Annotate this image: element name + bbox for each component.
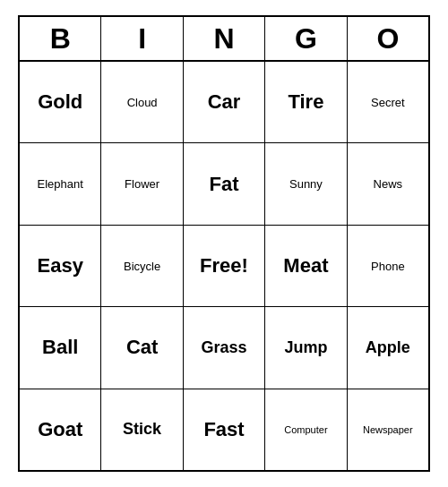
header-letter-n: N: [184, 17, 265, 62]
bingo-cell-3-2: Grass: [184, 307, 265, 388]
cell-text-2-4: Phone: [371, 260, 405, 273]
bingo-cell-4-4: Newspaper: [348, 389, 428, 470]
cell-text-2-3: Meat: [283, 254, 328, 278]
cell-text-1-4: News: [374, 177, 403, 191]
header-letter-g: G: [265, 17, 347, 62]
cell-text-3-2: Grass: [201, 338, 246, 357]
bingo-cell-1-1: Flower: [101, 143, 183, 224]
cell-text-0-1: Cloud: [127, 96, 158, 109]
bingo-row-3: BallCatGrassJumpApple: [20, 307, 428, 389]
bingo-cell-3-1: Cat: [101, 307, 183, 388]
cell-text-4-1: Stick: [123, 420, 161, 439]
cell-text-4-2: Fast: [203, 418, 244, 441]
cell-text-2-0: Easy: [38, 254, 83, 278]
bingo-row-0: GoldCloudCarTireSecret: [20, 62, 428, 143]
bingo-cell-3-0: Ball: [20, 307, 101, 388]
bingo-cell-4-3: Computer: [265, 389, 347, 470]
cell-text-3-1: Cat: [126, 336, 158, 359]
cell-text-0-3: Tire: [288, 90, 323, 114]
cell-text-3-4: Apple: [366, 338, 410, 357]
header-letter-b: B: [20, 17, 101, 62]
bingo-header: BINGO: [20, 17, 428, 62]
bingo-row-1: ElephantFlowerFatSunnyNews: [20, 143, 428, 225]
bingo-cell-1-4: News: [348, 143, 428, 224]
bingo-cell-2-4: Phone: [348, 226, 428, 306]
cell-text-1-2: Fat: [210, 173, 239, 196]
bingo-cell-0-2: Car: [184, 62, 265, 142]
cell-text-3-0: Ball: [42, 336, 78, 359]
bingo-cell-4-0: Goat: [20, 389, 101, 470]
bingo-card: BINGO GoldCloudCarTireSecretElephantFlow…: [18, 15, 430, 472]
cell-text-2-2: Free!: [200, 254, 248, 278]
bingo-cell-2-3: Meat: [265, 226, 347, 306]
bingo-cell-4-1: Stick: [101, 389, 183, 470]
cell-text-1-0: Elephant: [38, 177, 83, 191]
bingo-cell-1-2: Fat: [184, 143, 265, 224]
bingo-row-2: EasyBicycleFree!MeatPhone: [20, 226, 428, 307]
bingo-cell-4-2: Fast: [184, 389, 265, 470]
bingo-cell-3-4: Apple: [348, 307, 428, 388]
bingo-cell-0-3: Tire: [265, 62, 347, 142]
bingo-row-4: GoatStickFastComputerNewspaper: [20, 389, 428, 470]
bingo-cell-1-0: Elephant: [20, 143, 101, 224]
cell-text-4-3: Computer: [284, 424, 327, 435]
cell-text-1-1: Flower: [125, 177, 159, 191]
cell-text-2-1: Bicycle: [124, 260, 160, 273]
bingo-body: GoldCloudCarTireSecretElephantFlowerFatS…: [20, 62, 428, 470]
bingo-cell-0-1: Cloud: [101, 62, 183, 142]
header-letter-i: I: [101, 17, 183, 62]
cell-text-4-4: Newspaper: [363, 424, 413, 435]
cell-text-0-4: Secret: [371, 96, 405, 109]
bingo-cell-0-0: Gold: [20, 62, 101, 142]
cell-text-4-0: Goat: [38, 418, 82, 441]
cell-text-0-2: Car: [208, 90, 241, 114]
bingo-cell-2-1: Bicycle: [101, 226, 183, 306]
bingo-cell-3-3: Jump: [265, 307, 347, 388]
cell-text-1-3: Sunny: [289, 177, 323, 191]
bingo-cell-2-0: Easy: [20, 226, 101, 306]
header-letter-o: O: [348, 17, 428, 62]
bingo-cell-1-3: Sunny: [265, 143, 347, 224]
cell-text-3-3: Jump: [284, 338, 327, 357]
cell-text-0-0: Gold: [38, 90, 82, 114]
bingo-cell-0-4: Secret: [348, 62, 428, 142]
bingo-cell-2-2: Free!: [184, 226, 265, 306]
